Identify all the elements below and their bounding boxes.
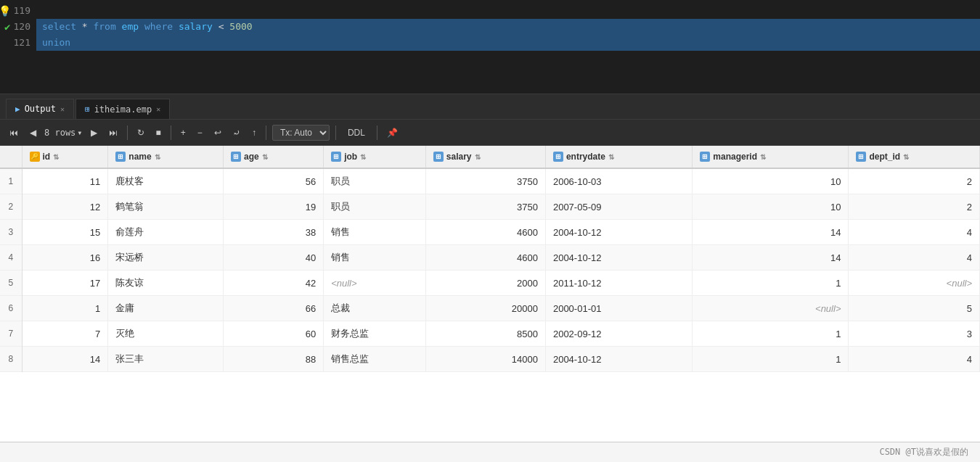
cell-managerid: 1 xyxy=(693,271,849,296)
col-header-id[interactable]: 🔑 id ⇅ xyxy=(22,146,108,168)
refresh-button[interactable]: ↻ xyxy=(134,125,148,140)
cell-managerid: 14 xyxy=(693,245,849,271)
entrydate-col-icon: ⊞ xyxy=(553,152,563,162)
tab-output[interactable]: ▶ Output ✕ xyxy=(6,99,74,119)
cell-salary: 3750 xyxy=(425,194,545,220)
col-header-managerid[interactable]: ⊞ managerid ⇅ xyxy=(693,146,849,168)
first-page-button[interactable]: ⏮ xyxy=(6,125,22,140)
table-tab-close[interactable]: ✕ xyxy=(156,105,160,113)
add-button[interactable]: + xyxy=(177,125,189,140)
col-header-job[interactable]: ⊞ job ⇅ xyxy=(324,146,426,168)
data-table-container[interactable]: 🔑 id ⇅ ⊞ name ⇅ ⊞ xyxy=(0,146,980,442)
code-line-120: select * from emp where salary < 5000 xyxy=(36,19,980,35)
name-sort-arrow: ⇅ xyxy=(155,153,160,161)
table-row[interactable]: 111鹿杖客56职员37502006-10-03102 xyxy=(0,168,980,194)
row-num: 4 xyxy=(0,245,22,271)
stop-button[interactable]: ■ xyxy=(152,125,165,140)
salary-sort-arrow: ⇅ xyxy=(475,153,481,161)
row-num-header xyxy=(0,146,22,168)
undo-button[interactable]: ↩ xyxy=(211,125,225,140)
table-row[interactable]: 212鹤笔翁19职员37502007-05-09102 xyxy=(0,194,980,220)
table-row[interactable]: 315俞莲舟38销售46002004-10-12144 xyxy=(0,220,980,245)
cell-job: 销售 xyxy=(324,245,426,271)
cell-name: 陈友谅 xyxy=(108,271,224,296)
col-header-entrydate[interactable]: ⊞ entrydate ⇅ xyxy=(545,146,692,168)
cell-id: 16 xyxy=(22,245,108,271)
main-content: ▶ Output ✕ ⊞ itheima.emp ✕ ⏮ ◀ 8 rows ▾ … xyxy=(0,94,980,462)
up-button[interactable]: ↑ xyxy=(248,125,260,140)
col-salary: salary xyxy=(179,19,213,35)
col-salary-label: salary xyxy=(446,152,472,162)
check-icon: ✔ xyxy=(4,19,10,35)
cell-managerid: 1 xyxy=(693,321,849,347)
credit-text: CSDN @T说喜欢是假的 xyxy=(879,446,968,458)
cell-name: 鹤笔翁 xyxy=(108,194,224,220)
code-content[interactable]: select * from emp where salary < 5000 un… xyxy=(36,0,980,94)
cell-job: 总裁 xyxy=(324,296,426,321)
cell-name: 鹿杖客 xyxy=(108,168,224,194)
cell-deptid: <null> xyxy=(849,271,980,296)
row-num: 3 xyxy=(0,220,22,245)
ddl-button[interactable]: DDL xyxy=(342,125,371,140)
next-page-button[interactable]: ▶ xyxy=(87,125,101,140)
tab-table[interactable]: ⊞ itheima.emp ✕ xyxy=(75,99,170,119)
cell-deptid: 3 xyxy=(849,321,980,347)
cell-salary: 8500 xyxy=(425,321,545,347)
cell-deptid: 4 xyxy=(849,220,980,245)
col-job-label: job xyxy=(344,152,357,162)
cell-id: 11 xyxy=(22,168,108,194)
row-num: 6 xyxy=(0,296,22,321)
cell-age: 60 xyxy=(224,321,324,347)
col-header-age[interactable]: ⊞ age ⇅ xyxy=(224,146,324,168)
output-tab-close[interactable]: ✕ xyxy=(60,105,65,113)
table-name: emp xyxy=(122,19,139,35)
line-number-120: ✔ 120 xyxy=(6,19,30,35)
table-row[interactable]: 416宋远桥40销售46002004-10-12144 xyxy=(0,245,980,271)
line-numbers: 💡 119 ✔ 120 121 xyxy=(0,0,36,94)
cell-name: 张三丰 xyxy=(108,347,224,372)
cell-age: 56 xyxy=(224,168,324,194)
table-row[interactable]: 517陈友谅42<null>20002011-10-121<null> xyxy=(0,271,980,296)
cell-id: 17 xyxy=(22,271,108,296)
cell-salary: 14000 xyxy=(425,347,545,372)
row-num: 8 xyxy=(0,347,22,372)
cell-age: 66 xyxy=(224,296,324,321)
cell-deptid: 4 xyxy=(849,245,980,271)
separator-1 xyxy=(127,125,128,140)
cell-name: 俞莲舟 xyxy=(108,220,224,245)
cell-id: 12 xyxy=(22,194,108,220)
col-entrydate-label: entrydate xyxy=(566,152,605,162)
cell-entrydate: 2004-10-12 xyxy=(545,347,692,372)
cell-entrydate: 2000-01-01 xyxy=(545,296,692,321)
prev-page-button[interactable]: ◀ xyxy=(26,125,40,140)
col-header-name[interactable]: ⊞ name ⇅ xyxy=(108,146,224,168)
keyword-select: select xyxy=(42,19,76,35)
line-number-121: 121 xyxy=(6,35,30,51)
age-sort-arrow: ⇅ xyxy=(262,153,268,161)
deptid-sort-arrow: ⇅ xyxy=(903,153,909,161)
data-table: 🔑 id ⇅ ⊞ name ⇅ ⊞ xyxy=(0,146,980,372)
col-name-label: name xyxy=(128,152,151,162)
line-num-120: 120 xyxy=(14,19,30,35)
last-page-button[interactable]: ⏭ xyxy=(105,125,121,140)
table-row[interactable]: 77灭绝60财务总监85002002-09-1213 xyxy=(0,321,980,347)
pin-button[interactable]: 📌 xyxy=(383,125,401,140)
remove-button[interactable]: − xyxy=(194,125,206,140)
cell-entrydate: 2006-10-03 xyxy=(545,168,692,194)
table-tab-label: itheima.emp xyxy=(94,104,152,115)
code-editor: 💡 119 ✔ 120 121 select * from emp where … xyxy=(0,0,980,94)
code-line-119 xyxy=(36,3,980,19)
keyword-union: union xyxy=(42,35,70,51)
cell-managerid: 1 xyxy=(693,347,849,372)
table-row[interactable]: 61金庸66总裁200002000-01-01<null>5 xyxy=(0,296,980,321)
redo-button[interactable]: ⤾ xyxy=(229,125,244,140)
table-row[interactable]: 814张三丰88销售总监140002004-10-1214 xyxy=(0,347,980,372)
col-header-deptid[interactable]: ⊞ dept_id ⇅ xyxy=(849,146,980,168)
cell-name: 金庸 xyxy=(108,296,224,321)
col-header-salary[interactable]: ⊞ salary ⇅ xyxy=(425,146,545,168)
keyword-from: from xyxy=(93,19,115,35)
col-managerid-label: managerid xyxy=(713,152,757,162)
cell-age: 40 xyxy=(224,245,324,271)
cell-entrydate: 2007-05-09 xyxy=(545,194,692,220)
tx-dropdown[interactable]: Tx: Auto xyxy=(272,125,330,141)
